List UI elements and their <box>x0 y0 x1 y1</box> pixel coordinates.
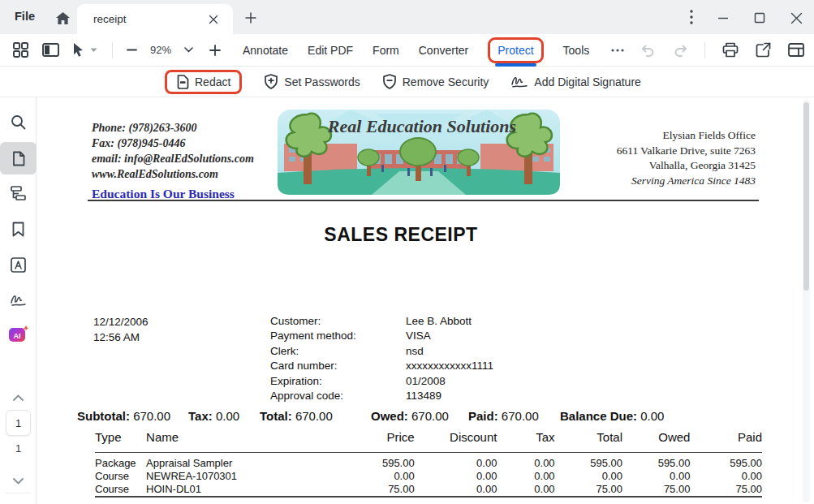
owed-value: 670.00 <box>411 409 449 423</box>
set-passwords-label: Set Passwords <box>284 75 360 88</box>
cell-type: Course <box>95 483 146 497</box>
balance-due-label: Balance Due: <box>560 409 637 423</box>
cell-total: 75.00 <box>555 483 622 497</box>
sidebar-signature-icon[interactable] <box>0 286 37 315</box>
cell-type: Course <box>95 470 146 483</box>
cell-type: Package <box>95 453 146 471</box>
expiration-value: 01/2008 <box>406 374 493 389</box>
cell-price: 75.00 <box>344 483 414 497</box>
next-page-chevron-icon[interactable] <box>0 467 37 496</box>
cell-tax: 0.00 <box>497 453 554 471</box>
set-passwords-button[interactable]: Set Passwords <box>264 74 360 89</box>
remove-security-label: Remove Security <box>403 75 489 88</box>
card-number-value: xxxxxxxxxxxx1111 <box>406 359 493 373</box>
cell-discount: 0.00 <box>415 453 497 471</box>
tab-receipt[interactable]: receipt <box>77 4 233 34</box>
share-export-icon[interactable] <box>756 42 771 58</box>
office-name: Elysian Fields Office <box>617 128 756 144</box>
scrollbar-thumb[interactable] <box>803 102 809 291</box>
cell-discount: 0.00 <box>415 483 497 497</box>
left-sidebar: AI 1 1 <box>0 97 37 504</box>
zoom-in-button[interactable] <box>209 45 221 56</box>
remove-security-button[interactable]: Remove Security <box>382 74 489 89</box>
signature-icon <box>510 75 528 88</box>
cell-name: HOIN-DL01 <box>146 483 344 497</box>
svg-text:AI: AI <box>13 332 20 340</box>
sidebar-divider <box>5 493 31 493</box>
print-icon[interactable] <box>722 42 739 58</box>
add-digital-signature-label: Add Digital Signature <box>534 75 641 88</box>
document-scrollbar[interactable] <box>803 100 810 502</box>
total-label: Total: <box>260 409 292 423</box>
protect-active-underline <box>495 63 536 67</box>
zoom-out-button[interactable] <box>127 45 137 55</box>
bookmark-icon[interactable] <box>0 214 37 243</box>
zoom-level-value[interactable]: 92% <box>150 44 171 56</box>
cell-tax: 0.00 <box>497 470 554 483</box>
cell-price: 0.00 <box>344 470 414 483</box>
menu-protect[interactable]: Protect <box>497 44 533 57</box>
toolbar-separator <box>704 42 705 58</box>
table-row: Course NEWREA-1070301 0.00 0.00 0.00 0.0… <box>95 470 762 483</box>
company-contact-block: Phone: (978)263-3600 Fax: (978)945-0446 … <box>92 120 254 201</box>
cursor-dropdown-icon[interactable] <box>90 48 97 53</box>
menu-edit-pdf[interactable]: Edit PDF <box>308 44 353 57</box>
toolbar-separator <box>112 42 113 58</box>
file-menu[interactable]: File <box>15 10 35 23</box>
menu-converter[interactable]: Converter <box>419 44 468 57</box>
search-icon[interactable] <box>0 107 37 136</box>
current-page-input[interactable]: 1 <box>6 410 31 436</box>
office-tagline: Serving America Since 1483 <box>617 174 756 189</box>
outline-tree-icon[interactable] <box>0 179 37 208</box>
menu-form[interactable]: Form <box>373 44 399 57</box>
menu-annotate[interactable]: Annotate <box>243 44 288 57</box>
receipt-date: 12/12/2006 <box>93 314 149 330</box>
totals-row: Subtotal: 670.00 Tax: 0.00 Total: 670.00… <box>37 409 814 425</box>
zoom-dropdown-chevron-icon[interactable] <box>184 47 193 53</box>
page-thumbnails-icon[interactable] <box>0 142 37 174</box>
previous-page-chevron-icon[interactable] <box>0 383 37 412</box>
customer-value: Lee B. Abbott <box>406 314 493 329</box>
annotations-icon[interactable] <box>0 250 37 279</box>
card-number-label: Card number: <box>270 359 356 373</box>
select-cursor-icon[interactable] <box>71 42 85 58</box>
receipt-title: SALES RECEIPT <box>37 224 765 246</box>
ai-assistant-icon[interactable]: AI <box>0 320 37 349</box>
phone-line: Phone: (978)263-3600 <box>92 120 254 136</box>
redo-icon[interactable] <box>673 44 687 57</box>
panel-toggle-icon[interactable] <box>42 43 59 57</box>
main-toolbar: 92% Annotate Edit PDF Form Converter Pro… <box>0 34 814 67</box>
menu-bar: Annotate Edit PDF Form Converter Protect… <box>243 34 589 66</box>
add-digital-signature-button[interactable]: Add Digital Signature <box>510 75 641 88</box>
office-city: Valhalla, Georgia 31425 <box>617 158 756 174</box>
redact-label: Redact <box>195 75 230 88</box>
more-tools-ellipsis-icon[interactable] <box>611 49 624 52</box>
title-bar: File receipt <box>0 0 814 34</box>
receipt-detail-labels: Customer: Payment method: Clerk: Card nu… <box>270 314 356 403</box>
cell-paid: 75.00 <box>690 483 762 497</box>
grid-view-icon[interactable] <box>13 42 28 58</box>
page-layout-icon[interactable] <box>788 43 804 57</box>
fax-line: Fax: (978)945-0446 <box>92 136 254 151</box>
menu-tools[interactable]: Tools <box>563 44 590 57</box>
cell-tax: 0.00 <box>497 483 554 497</box>
more-options-kebab-icon[interactable] <box>682 7 701 27</box>
email-line: email: info@RealEdSolutions.com <box>92 151 254 166</box>
window-maximize-button[interactable] <box>749 7 770 28</box>
window-close-button[interactable] <box>786 7 807 28</box>
home-button[interactable] <box>52 7 73 28</box>
table-row: Course HOIN-DL01 75.00 0.00 0.00 75.00 7… <box>95 483 762 497</box>
cell-total: 0.00 <box>555 470 622 483</box>
undo-icon[interactable] <box>641 44 656 57</box>
cell-discount: 0.00 <box>415 470 497 483</box>
logo-title: Real Education Solutions <box>327 116 516 136</box>
col-discount: Discount <box>415 430 497 453</box>
col-owed: Owed <box>622 430 690 453</box>
tab-close-icon[interactable] <box>205 11 222 28</box>
receipt-detail-values: Lee B. Abbott VISA nsd xxxxxxxxxxxx1111 … <box>406 314 493 403</box>
redact-button[interactable]: Redact <box>176 75 230 89</box>
new-tab-button[interactable] <box>241 8 261 28</box>
redact-highlight-box: Redact <box>165 70 242 94</box>
window-minimize-button[interactable] <box>713 7 734 28</box>
cell-price: 595.00 <box>344 453 414 471</box>
